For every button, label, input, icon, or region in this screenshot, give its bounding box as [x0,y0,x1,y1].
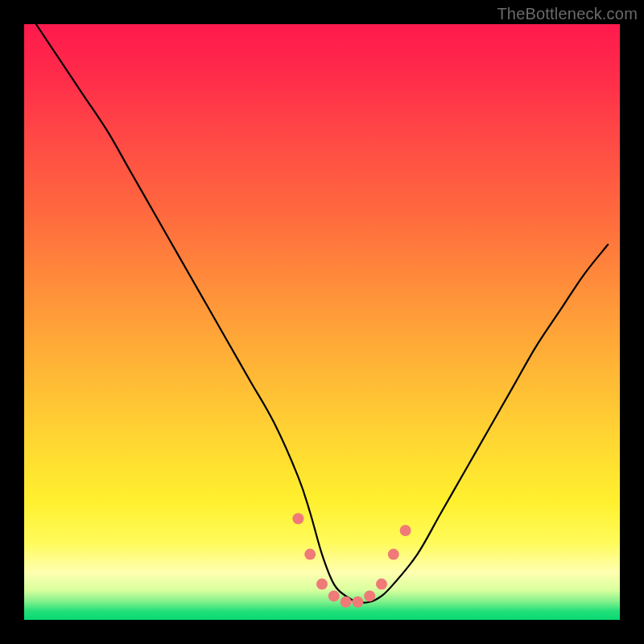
highlight-point [304,549,316,560]
highlight-point [364,590,375,601]
highlight-point [328,590,340,601]
highlight-point [388,549,399,560]
highlight-point [292,513,303,524]
bottleneck-curve [36,24,608,603]
highlight-point [316,579,328,590]
highlight-point [400,525,411,536]
chart-container: TheBottleneck.com [0,0,644,644]
highlight-point [376,579,387,590]
plot-area [24,24,620,620]
curve-svg [24,24,620,620]
highlight-point [352,597,363,608]
highlight-points [292,513,411,608]
watermark-text: TheBottleneck.com [497,5,638,23]
highlight-point [341,597,352,608]
